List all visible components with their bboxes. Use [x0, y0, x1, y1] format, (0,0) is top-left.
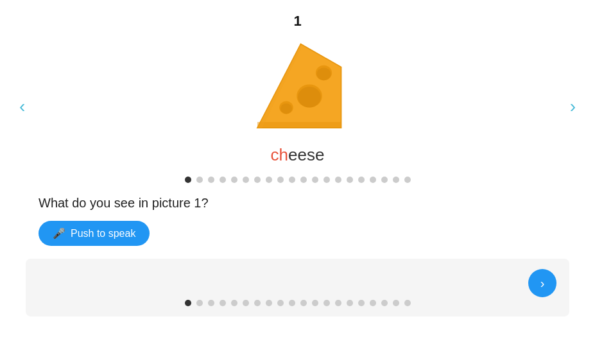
bottom-dot-0[interactable]: [185, 300, 191, 306]
bottom-dot-13[interactable]: [335, 300, 341, 306]
svg-point-6: [316, 67, 331, 80]
bottom-dot-9[interactable]: [289, 300, 295, 306]
word-suffix: eese: [288, 145, 324, 164]
dot-10[interactable]: [300, 177, 307, 183]
dot-4[interactable]: [231, 177, 237, 183]
question-section: What do you see in picture 1? 🎤 Push to …: [0, 196, 595, 246]
main-container: 1 ‹ cheese: [0, 0, 595, 364]
svg-marker-1: [257, 122, 341, 128]
cheese-image: [240, 36, 356, 139]
bottom-carousel-dots: [185, 300, 411, 306]
dot-3[interactable]: [220, 177, 226, 183]
bottom-dot-14[interactable]: [347, 300, 353, 306]
bottom-dot-1[interactable]: [196, 300, 203, 306]
dot-5[interactable]: [243, 177, 249, 183]
bottom-dot-19[interactable]: [404, 300, 411, 306]
svg-point-5: [298, 87, 321, 107]
bottom-dot-18[interactable]: [393, 300, 399, 306]
slide-content: cheese: [240, 36, 356, 177]
next-arrow-button[interactable]: ›: [564, 91, 582, 122]
dot-0[interactable]: [185, 177, 191, 183]
bottom-dot-3[interactable]: [220, 300, 226, 306]
dot-14[interactable]: [347, 177, 353, 183]
svg-marker-0: [257, 44, 341, 128]
top-carousel: ‹ cheese: [0, 36, 595, 177]
carousel-dots: [185, 177, 411, 183]
dot-8[interactable]: [277, 177, 284, 183]
mic-icon: 🎤: [53, 227, 65, 239]
push-to-speak-button[interactable]: 🎤 Push to speak: [39, 221, 150, 246]
question-text: What do you see in picture 1?: [39, 196, 556, 211]
dot-12[interactable]: [323, 177, 330, 183]
bottom-dot-5[interactable]: [243, 300, 249, 306]
dot-16[interactable]: [370, 177, 376, 183]
dot-2[interactable]: [208, 177, 214, 183]
bottom-dot-6[interactable]: [254, 300, 261, 306]
dot-15[interactable]: [358, 177, 365, 183]
dot-1[interactable]: [196, 177, 203, 183]
dot-9[interactable]: [289, 177, 295, 183]
bottom-panel: ›: [26, 259, 569, 316]
bottom-next-button[interactable]: ›: [528, 269, 556, 297]
bottom-dot-17[interactable]: [381, 300, 388, 306]
bottom-dot-16[interactable]: [370, 300, 376, 306]
bottom-dot-8[interactable]: [277, 300, 284, 306]
word-label: cheese: [271, 145, 325, 165]
bottom-dot-10[interactable]: [300, 300, 307, 306]
dot-6[interactable]: [254, 177, 261, 183]
slide-number: 1: [293, 13, 301, 30]
prev-arrow-button[interactable]: ‹: [13, 91, 31, 122]
bottom-dot-2[interactable]: [208, 300, 214, 306]
bottom-dot-11[interactable]: [312, 300, 318, 306]
bottom-dot-4[interactable]: [231, 300, 237, 306]
bottom-dot-12[interactable]: [323, 300, 330, 306]
dot-11[interactable]: [312, 177, 318, 183]
dot-7[interactable]: [266, 177, 272, 183]
dot-19[interactable]: [404, 177, 411, 183]
bottom-dot-7[interactable]: [266, 300, 272, 306]
dot-13[interactable]: [335, 177, 341, 183]
bottom-dot-15[interactable]: [358, 300, 365, 306]
dot-17[interactable]: [381, 177, 388, 183]
word-highlight: ch: [271, 145, 288, 164]
push-to-speak-label: Push to speak: [71, 228, 135, 239]
svg-point-7: [280, 103, 292, 114]
dot-18[interactable]: [393, 177, 399, 183]
